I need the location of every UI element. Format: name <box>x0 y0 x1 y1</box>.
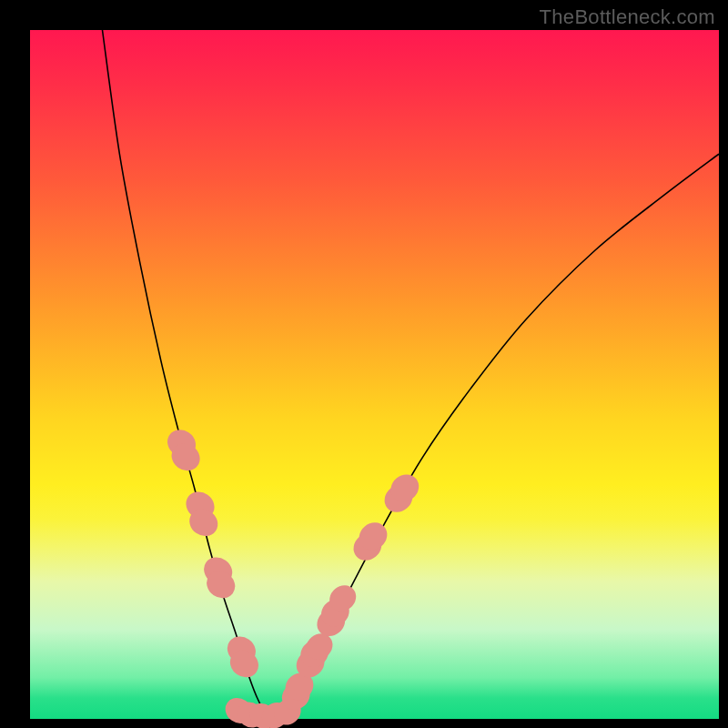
curve-layer <box>30 30 719 719</box>
watermark-text: TheBottleneck.com <box>540 5 715 29</box>
marker-group <box>162 424 424 728</box>
chart-frame: TheBottleneck.com <box>0 0 728 728</box>
bottleneck-curve <box>102 30 719 718</box>
